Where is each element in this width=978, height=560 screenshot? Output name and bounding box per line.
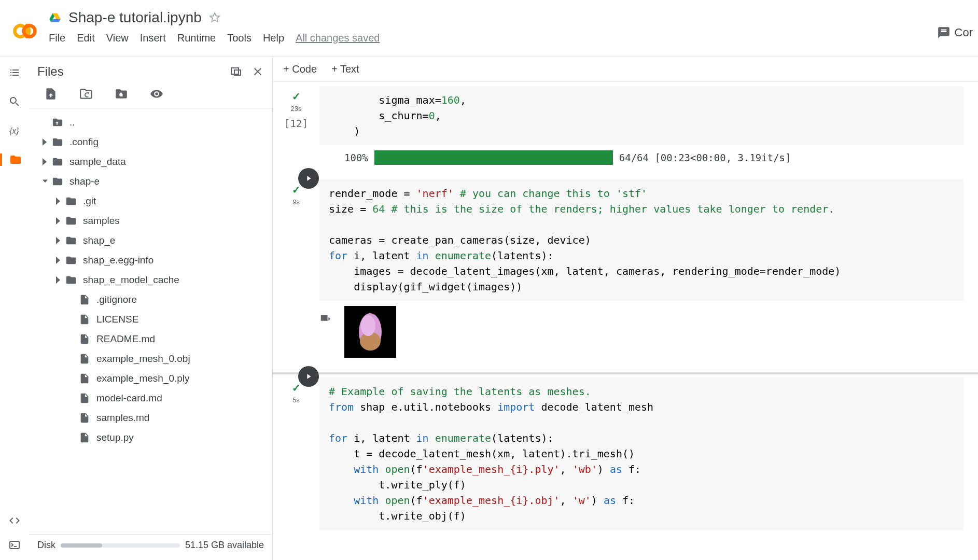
in-label: [12] — [284, 118, 308, 129]
folder-item[interactable]: shap_e_model_cache — [29, 270, 272, 290]
progress-pct: 100% — [344, 152, 368, 163]
menu-help[interactable]: Help — [263, 32, 284, 44]
code-block[interactable]: sigma_max=160, s_churn=0, ) — [319, 86, 963, 145]
exec-time: 9s — [292, 198, 300, 206]
folder-item[interactable]: samples — [29, 211, 272, 231]
menu-bar: File Edit View Insert Runtime Tools Help… — [49, 32, 380, 44]
progress-info: 64/64 [00:23<00:00, 3.19it/s] — [619, 152, 791, 163]
file-item[interactable]: README.md — [29, 329, 272, 349]
files-rail-button[interactable] — [0, 153, 29, 166]
file-item[interactable]: LICENSE — [29, 310, 272, 329]
code-cell: ✓ 5s # Example of saving the latents as … — [273, 377, 978, 530]
folder-item[interactable]: shap-e — [29, 172, 272, 191]
new-window-icon[interactable] — [230, 65, 242, 78]
folder-item[interactable]: shap_e — [29, 231, 272, 250]
files-title: Files — [37, 64, 64, 79]
mount-drive-icon[interactable] — [114, 87, 129, 101]
run-cell-button[interactable] — [298, 366, 319, 387]
left-rail: {x} — [0, 57, 29, 560]
close-panel-icon[interactable] — [252, 65, 264, 78]
exec-time: 5s — [292, 396, 300, 404]
file-item[interactable]: model-card.md — [29, 388, 272, 408]
notebook-area: + Code + Text ✓ 23s [12] sigma_max=160, … — [273, 57, 978, 560]
menu-insert[interactable]: Insert — [140, 32, 166, 44]
check-icon: ✓ — [292, 90, 301, 103]
toc-icon[interactable] — [8, 66, 21, 79]
files-panel: Files ...configsample_datashap-e.gitsamp… — [29, 57, 273, 560]
file-item[interactable]: .gitignore — [29, 290, 272, 310]
disk-bar: Disk 51.15 GB available — [29, 534, 272, 560]
folder-item[interactable]: .git — [29, 191, 272, 211]
file-item[interactable]: setup.py — [29, 428, 272, 447]
drive-icon — [49, 11, 61, 24]
menu-edit[interactable]: Edit — [77, 32, 94, 44]
disk-track — [61, 543, 180, 548]
menu-runtime[interactable]: Runtime — [177, 32, 216, 44]
app-header: Shap-e tutorial.ipynb File Edit View Ins… — [0, 0, 978, 57]
file-item[interactable]: example_mesh_0.obj — [29, 349, 272, 369]
cell-toolbar: + Code + Text — [273, 57, 978, 82]
add-code-button[interactable]: + Code — [283, 63, 317, 75]
clear-output-icon[interactable] — [319, 313, 331, 325]
disk-available: 51.15 GB available — [185, 540, 264, 551]
svg-rect-3 — [10, 541, 19, 549]
progress-bar: 100% 64/64 [00:23<00:00, 3.19it/s] — [344, 150, 963, 165]
code-cell: ✓ 23s [12] sigma_max=160, s_churn=0, ) 1… — [273, 86, 978, 170]
svg-text:{x}: {x} — [9, 127, 19, 135]
colab-logo — [8, 15, 41, 48]
folder-item[interactable]: .. — [29, 113, 272, 132]
menu-file[interactable]: File — [49, 32, 65, 44]
check-icon: ✓ — [292, 184, 301, 196]
refresh-folder-icon[interactable] — [79, 87, 93, 101]
exec-time: 23s — [291, 105, 302, 113]
file-item[interactable]: example_mesh_0.ply — [29, 369, 272, 388]
terminal-icon[interactable] — [8, 538, 21, 551]
code-snippets-icon[interactable] — [8, 514, 21, 527]
save-status[interactable]: All changes saved — [296, 32, 380, 44]
folder-item[interactable]: shap_e.egg-info — [29, 250, 272, 270]
folder-item[interactable]: sample_data — [29, 152, 272, 172]
gif-output — [344, 306, 396, 358]
doc-title[interactable]: Shap-e tutorial.ipynb — [68, 9, 202, 26]
comment-label[interactable]: Cor — [955, 26, 973, 39]
code-block[interactable]: render_mode = 'nerf' # you can change th… — [319, 179, 963, 301]
svg-point-8 — [361, 315, 375, 336]
comment-icon[interactable] — [937, 26, 951, 39]
menu-view[interactable]: View — [106, 32, 129, 44]
star-icon[interactable] — [209, 12, 220, 23]
menu-tools[interactable]: Tools — [227, 32, 252, 44]
code-cell: ✓ 9s render_mode = 'nerf' # you can chan… — [273, 179, 978, 363]
file-item[interactable]: samples.md — [29, 408, 272, 428]
search-icon[interactable] — [8, 95, 21, 108]
toggle-hidden-icon[interactable] — [149, 87, 164, 101]
variables-icon[interactable]: {x} — [8, 124, 21, 137]
file-tree: ...configsample_datashap-e.gitsamplessha… — [29, 108, 272, 534]
folder-item[interactable]: .config — [29, 132, 272, 152]
code-block[interactable]: # Example of saving the latents as meshe… — [319, 377, 963, 530]
add-text-button[interactable]: + Text — [331, 63, 359, 75]
run-cell-button[interactable] — [298, 168, 319, 189]
check-icon: ✓ — [292, 382, 301, 394]
disk-label: Disk — [37, 540, 55, 551]
upload-file-icon[interactable] — [44, 87, 58, 101]
